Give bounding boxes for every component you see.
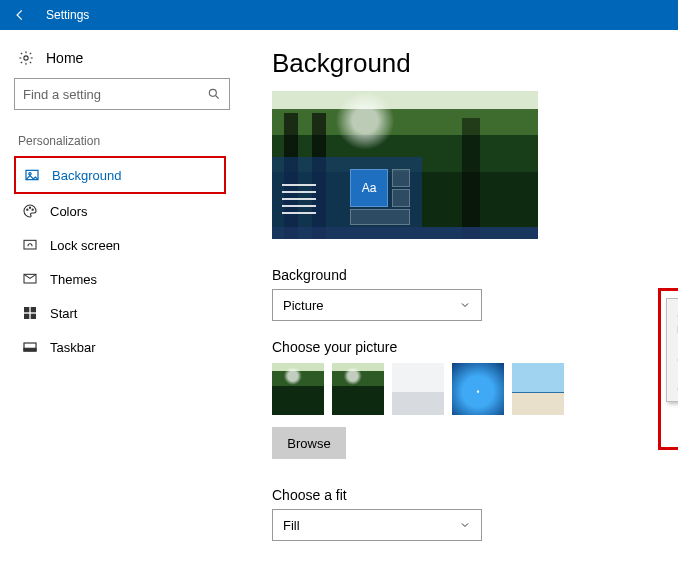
dropdown-value: Fill xyxy=(283,518,300,533)
preview-tile xyxy=(392,169,410,187)
sidebar-item-taskbar[interactable]: Taskbar xyxy=(14,330,226,364)
svg-point-4 xyxy=(27,209,28,210)
preview-tile xyxy=(350,209,410,225)
start-icon xyxy=(22,305,38,321)
search-input[interactable]: Find a setting xyxy=(14,78,230,110)
choose-picture-label: Choose your picture xyxy=(272,339,668,355)
svg-point-5 xyxy=(29,207,30,208)
titlebar: Settings xyxy=(0,0,678,30)
choose-fit-label: Choose a fit xyxy=(272,487,668,503)
svg-point-6 xyxy=(32,209,33,210)
sidebar-item-lockscreen[interactable]: Lock screen xyxy=(14,228,226,262)
sidebar-item-label: Lock screen xyxy=(50,238,120,253)
search-icon xyxy=(207,87,221,101)
background-type-dropdown[interactable]: Picture xyxy=(272,289,482,321)
taskbar-icon xyxy=(22,339,38,355)
picture-thumb-5[interactable] xyxy=(512,363,564,415)
context-menu-item-monitor2[interactable]: Set for monitor 2 xyxy=(667,372,678,401)
svg-rect-12 xyxy=(31,314,36,319)
search-placeholder: Find a setting xyxy=(23,87,101,102)
desktop-preview: Aa xyxy=(272,91,538,239)
main: Background Aa Background Picture Choose … xyxy=(238,30,678,569)
svg-rect-7 xyxy=(24,240,36,249)
browse-button[interactable]: Browse xyxy=(272,427,346,459)
fit-dropdown[interactable]: Fill xyxy=(272,509,482,541)
sidebar-item-label: Themes xyxy=(50,272,97,287)
sidebar: Home Find a setting Personalization Back… xyxy=(0,30,238,569)
sidebar-item-background[interactable]: Background xyxy=(14,156,226,194)
picture-thumb-3[interactable] xyxy=(392,363,444,415)
picture-thumb-2[interactable] xyxy=(332,363,384,415)
page-title: Background xyxy=(272,48,668,79)
context-menu: Set for all monitors Set for monitor 1 S… xyxy=(666,298,678,402)
sidebar-item-label: Background xyxy=(52,168,121,183)
sidebar-nav: Background Colors Lock screen Themes xyxy=(14,156,226,364)
preview-tile-sample: Aa xyxy=(350,169,388,207)
svg-rect-14 xyxy=(24,348,36,351)
app-title: Settings xyxy=(46,8,89,22)
sidebar-item-start[interactable]: Start xyxy=(14,296,226,330)
svg-point-3 xyxy=(29,173,31,175)
palette-icon xyxy=(22,203,38,219)
sidebar-item-label: Taskbar xyxy=(50,340,96,355)
svg-rect-9 xyxy=(24,307,29,312)
arrow-left-icon xyxy=(13,8,27,22)
picture-thumb-1[interactable] xyxy=(272,363,324,415)
home-link[interactable]: Home xyxy=(18,50,226,66)
home-label: Home xyxy=(46,50,83,66)
svg-point-0 xyxy=(24,56,28,60)
back-button[interactable] xyxy=(0,0,40,30)
chevron-down-icon xyxy=(459,299,471,311)
chevron-down-icon xyxy=(459,519,471,531)
lock-screen-icon xyxy=(22,237,38,253)
sidebar-item-label: Start xyxy=(50,306,77,321)
svg-point-1 xyxy=(209,89,216,96)
gear-icon xyxy=(18,50,34,66)
themes-icon xyxy=(22,271,38,287)
sidebar-item-label: Colors xyxy=(50,204,88,219)
background-type-label: Background xyxy=(272,267,668,283)
svg-rect-10 xyxy=(31,307,36,312)
image-icon xyxy=(24,167,40,183)
content: Home Find a setting Personalization Back… xyxy=(0,30,678,569)
preview-taskbar xyxy=(272,227,538,239)
svg-rect-11 xyxy=(24,314,29,319)
section-title: Personalization xyxy=(18,134,226,148)
picture-thumbnails xyxy=(272,363,668,415)
sidebar-item-themes[interactable]: Themes xyxy=(14,262,226,296)
context-menu-item-monitor1[interactable]: Set for monitor 1 xyxy=(667,343,678,372)
dropdown-value: Picture xyxy=(283,298,323,313)
preview-tile xyxy=(392,189,410,207)
picture-thumb-4[interactable] xyxy=(452,363,504,415)
context-menu-item-all[interactable]: Set for all monitors xyxy=(667,299,678,343)
sidebar-item-colors[interactable]: Colors xyxy=(14,194,226,228)
preview-app-list xyxy=(282,179,316,219)
